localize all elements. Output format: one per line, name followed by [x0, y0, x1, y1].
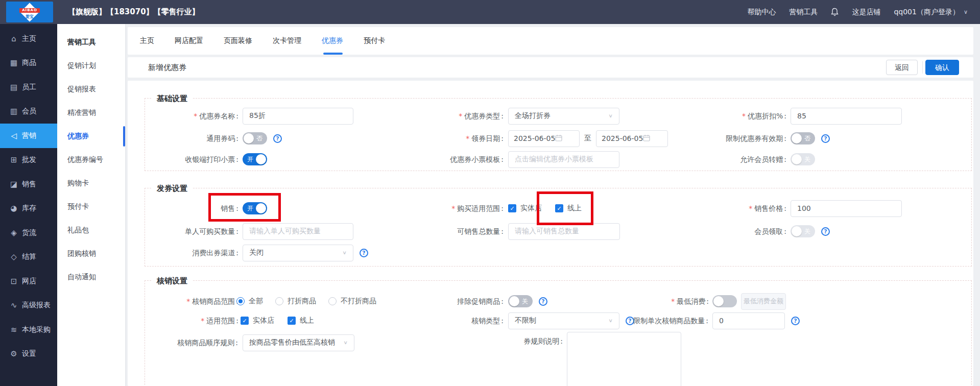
field-exclude_promo-toggle[interactable]: 关: [508, 295, 533, 307]
sidebar-item-营销[interactable]: ◁营销: [0, 124, 57, 148]
field-print_receipt-toggle[interactable]: 开: [243, 153, 267, 165]
field-universal_code-toggle[interactable]: 否: [243, 132, 267, 144]
sidebar-item-主页[interactable]: ⌂主页: [0, 27, 57, 51]
help-icon[interactable]: ?: [821, 227, 830, 236]
confirm-button[interactable]: 确认: [925, 60, 959, 75]
sidebar-item-员工[interactable]: ▤员工: [0, 75, 57, 100]
help-icon[interactable]: ?: [360, 249, 368, 257]
topbar-actions: 帮助中心 营销工具 这是店铺 qq001（商户登录） ∨: [747, 0, 968, 24]
field-redeem_scope-radio-打折商品[interactable]: [275, 297, 283, 305]
field-sale_price-input[interactable]: 100: [791, 200, 902, 217]
submenu-item-label: 优惠券编号: [67, 155, 103, 164]
tab-网店配置[interactable]: 网店配置: [175, 36, 203, 45]
input-value: 85折: [249, 111, 266, 120]
help-icon[interactable]: ?: [539, 297, 547, 306]
field-claim_date-label: 领券日期: [466, 133, 504, 143]
submenu-item-促销报表[interactable]: 促销报表: [57, 78, 125, 101]
submenu-item-自动通知[interactable]: 自动通知: [57, 266, 125, 289]
wholesale-icon: ⊞: [9, 155, 19, 164]
submenu-item-团购核销[interactable]: 团购核销: [57, 242, 125, 266]
sales-icon: ◪: [9, 180, 19, 189]
tab-优惠券[interactable]: 优惠券: [322, 36, 343, 45]
field-limit_per_redeem-input[interactable]: 0: [712, 312, 785, 329]
field-redeem_order_rule-control: 按商品零售价由低至高核销∨: [243, 334, 354, 351]
field-discount_percent-control: 85: [791, 107, 902, 125]
submenu-item-礼品包[interactable]: 礼品包: [57, 219, 125, 242]
submenu-item-营销工具[interactable]: 营销工具: [57, 31, 125, 54]
submenu-item-优惠券[interactable]: 优惠券: [57, 125, 125, 148]
field-sale-toggle[interactable]: 开: [243, 202, 267, 214]
sidebar-item-货流[interactable]: ◈货流: [0, 221, 57, 245]
checkbox-label: 实体店: [520, 204, 542, 213]
field-redeem_type-select[interactable]: 不限制∨: [508, 312, 619, 329]
radio-label: 不打折商品: [341, 297, 376, 306]
sidebar-item-销售[interactable]: ◪销售: [0, 172, 57, 197]
field-consume_issue_channel-select[interactable]: 关闭∨: [243, 245, 353, 261]
field-allow_transfer-toggle[interactable]: 关: [791, 153, 815, 165]
sidebar-item-本地采购[interactable]: ≋本地采购: [0, 318, 57, 342]
field-rule_desc-textarea[interactable]: [567, 332, 681, 386]
submenu-item-预付卡[interactable]: 预付卡: [57, 195, 125, 219]
field-redeem_scope-radio-不打折商品[interactable]: [328, 297, 337, 305]
field-min_consume-input[interactable]: 最低消费金额: [741, 293, 786, 310]
tab-预付卡[interactable]: 预付卡: [364, 36, 385, 45]
field-redeem_scope-radio-全部[interactable]: [236, 297, 245, 305]
section-title: 发券设置: [152, 183, 192, 194]
submenu-item-label: 预付卡: [67, 202, 89, 211]
field-redeem_scope-label: 核销商品范围: [186, 296, 238, 306]
sidebar-item-批发[interactable]: ⊞批发: [0, 148, 57, 173]
chevron-down-icon: ∨: [964, 9, 968, 15]
field-allow_transfer-control: 关: [791, 151, 815, 168]
field-purchase_scope-checkbox-实体店[interactable]: ✓: [508, 204, 516, 212]
field-member_claim-toggle[interactable]: 关: [791, 225, 815, 237]
sidebar-item-高级报表[interactable]: ∿高级报表: [0, 294, 57, 318]
sidebar-item-设置[interactable]: ⚙设置: [0, 342, 57, 367]
field-claim_date-date-start[interactable]: 2025-06-05: [508, 130, 580, 147]
field-min_consume-toggle[interactable]: [712, 295, 737, 307]
member-icon: ▥: [9, 107, 19, 116]
field-coupon_type-select[interactable]: 全场打折券∨: [508, 108, 619, 125]
field-coupon_name-input[interactable]: 85折: [243, 108, 353, 125]
submenu-item-促销计划[interactable]: 促销计划: [57, 54, 125, 78]
field-total_sale_qty-input[interactable]: 请输入可销售总数量: [508, 223, 620, 240]
tab-页面装修[interactable]: 页面装修: [224, 36, 252, 45]
field-apply_scope-control: ✓实体店✓线上: [241, 312, 314, 329]
sidebar-item-网店[interactable]: ⊡网店: [0, 269, 57, 294]
submenu-item-优惠券编号[interactable]: 优惠券编号: [57, 148, 125, 172]
input-value: 点击编辑优惠券小票模板: [515, 155, 593, 164]
field-per_person_qty-input[interactable]: 请输入单人可购买数量: [243, 223, 353, 240]
notification-bell-icon[interactable]: [831, 8, 839, 16]
field-limit_validity-toggle[interactable]: 否: [791, 132, 815, 144]
field-discount_percent-input[interactable]: 85: [791, 108, 902, 125]
app-window: AIBAO 爱宝 【旗舰版】【183070】【零售行业】 帮助中心 营销工具 这…: [0, 0, 980, 386]
sidebar-item-结算[interactable]: ◇结算: [0, 245, 57, 270]
submenu-item-label: 精准营销: [67, 108, 96, 117]
page-title: 新增优惠券: [148, 57, 186, 78]
help-icon[interactable]: ?: [821, 134, 830, 143]
toggle-knob: [244, 133, 254, 143]
marketing-tools-link[interactable]: 营销工具: [789, 8, 818, 17]
field-apply_scope-checkbox-线上[interactable]: ✓: [288, 317, 296, 325]
help-center-link[interactable]: 帮助中心: [747, 8, 776, 17]
field-purchase_scope-checkbox-线上[interactable]: ✓: [555, 204, 563, 212]
brand-logo[interactable]: AIBAO 爱宝: [6, 2, 53, 22]
help-icon[interactable]: ?: [273, 134, 282, 143]
field-receipt_template-input[interactable]: 点击编辑优惠券小票模板: [508, 151, 619, 168]
back-button[interactable]: 返回: [886, 60, 918, 75]
help-icon[interactable]: ?: [791, 317, 800, 325]
field-consume_issue_channel-label: 消费出券渠道: [192, 248, 238, 258]
sidebar-item-会员[interactable]: ▥会员: [0, 100, 57, 124]
user-menu[interactable]: qq001（商户登录） ∨: [894, 8, 968, 17]
tab-次卡管理[interactable]: 次卡管理: [273, 36, 301, 45]
submenu-item-购物卡[interactable]: 购物卡: [57, 172, 125, 195]
field-receipt_template-label: 优惠券小票模板: [450, 154, 504, 164]
shop-name[interactable]: 这是店铺: [852, 8, 880, 17]
submenu-item-精准营销[interactable]: 精准营销: [57, 101, 125, 125]
field-claim_date-date-end[interactable]: 2025-06-05: [596, 130, 668, 147]
sidebar-item-商品[interactable]: ▦商品: [0, 51, 57, 76]
field-apply_scope-checkbox-实体店[interactable]: ✓: [241, 317, 249, 325]
field-redeem_order_rule-select[interactable]: 按商品零售价由低至高核销∨: [243, 334, 354, 351]
sidebar-item-库存[interactable]: ◕库存: [0, 197, 57, 221]
submenu-item-label: 促销报表: [67, 85, 96, 94]
tab-主页[interactable]: 主页: [140, 36, 154, 45]
